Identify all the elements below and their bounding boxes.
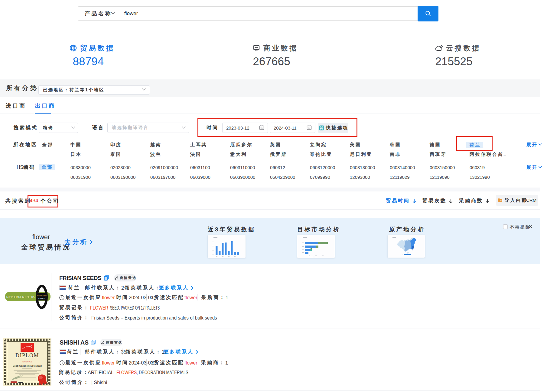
svg-text:EXPERTS: EXPERTS (38, 297, 45, 299)
svg-text:DIPLOM: DIPLOM (15, 352, 39, 358)
svg-text:SUPPLIER OF ALL SEEDS: SUPPLIER OF ALL SEEDS (6, 295, 34, 299)
svg-text:Shishi AS: Shishi AS (22, 360, 32, 363)
svg-text:FLOWER BLEND: FLOWER BLEND (37, 294, 47, 296)
svg-text:Eesti Gasellettevõte 2018: Eesti Gasellettevõte 2018 (13, 365, 42, 367)
